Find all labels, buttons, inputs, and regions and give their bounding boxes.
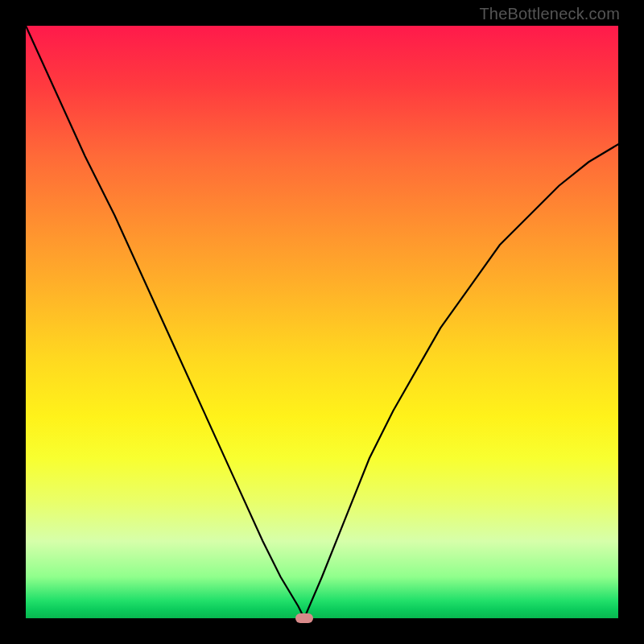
bottleneck-curve: [26, 26, 618, 618]
chart-frame: TheBottleneck.com: [0, 0, 644, 644]
watermark-text: TheBottleneck.com: [479, 5, 620, 23]
curve-left-branch: [26, 26, 304, 618]
plot-area: [26, 26, 618, 618]
curve-right-branch: [304, 144, 618, 618]
optimal-point-marker: [295, 613, 313, 623]
